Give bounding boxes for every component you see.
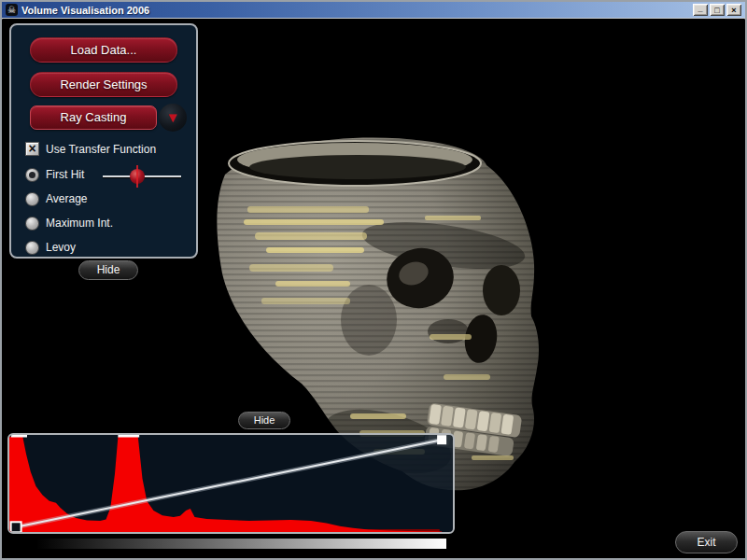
radio-button[interactable] xyxy=(25,241,39,255)
use-transfer-function-checkbox-row[interactable]: × Use Transfer Function xyxy=(25,142,156,156)
radio-maximum-int[interactable]: Maximum Int. xyxy=(25,216,113,231)
control-panel: Load Data... Render Settings Ray Casting… xyxy=(9,23,198,259)
radio-average[interactable]: Average xyxy=(25,191,87,206)
transfer-function-editor[interactable] xyxy=(7,433,455,534)
window-title: Volume Visualisation 2006 xyxy=(21,5,693,16)
first-hit-slider[interactable] xyxy=(103,169,181,184)
ray-casting-dropdown-button[interactable]: ▼ xyxy=(159,104,187,132)
checkbox[interactable]: × xyxy=(25,142,39,156)
checkbox-label: Use Transfer Function xyxy=(46,143,156,156)
transfer-handle-high xyxy=(437,435,446,444)
slider-handle[interactable] xyxy=(130,169,145,184)
grayscale-colormap-bar xyxy=(37,539,446,549)
app-icon: ☠ xyxy=(6,4,18,16)
histogram-chart[interactable] xyxy=(9,435,453,532)
maximize-button[interactable]: □ xyxy=(710,4,725,16)
histogram-hide-button[interactable]: Hide xyxy=(238,412,290,429)
render-client-area: Load Data... Render Settings Ray Casting… xyxy=(2,20,745,558)
ray-casting-button[interactable]: Ray Casting xyxy=(30,105,157,130)
dropdown-triangle-icon: ▼ xyxy=(166,109,180,125)
title-bar[interactable]: ☠ Volume Visualisation 2006 _ □ × xyxy=(2,2,745,19)
checkbox-x-mark: × xyxy=(28,141,35,156)
close-button[interactable]: × xyxy=(726,4,741,16)
exit-button[interactable]: Exit xyxy=(675,531,738,553)
radio-first-hit[interactable]: First Hit xyxy=(25,167,84,182)
load-data-button[interactable]: Load Data... xyxy=(30,37,177,63)
radio-button[interactable] xyxy=(25,168,39,182)
radio-button[interactable] xyxy=(25,217,39,231)
minimize-button[interactable]: _ xyxy=(693,4,708,16)
render-settings-button[interactable]: Render Settings xyxy=(30,72,177,97)
panel-hide-button[interactable]: Hide xyxy=(78,260,138,280)
radio-levoy[interactable]: Levoy xyxy=(25,240,76,255)
app-window: ☠ Volume Visualisation 2006 _ □ × xyxy=(0,0,747,560)
transfer-handle-low xyxy=(11,522,21,532)
radio-button[interactable] xyxy=(25,192,39,206)
